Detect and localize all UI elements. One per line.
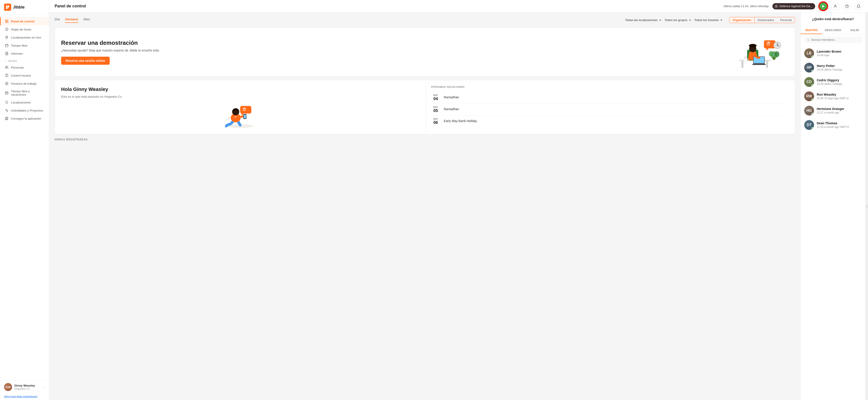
- member-search[interactable]: [804, 36, 862, 43]
- groups-filter[interactable]: Todos los grupos: [664, 18, 692, 22]
- svg-point-55: [866, 205, 867, 206]
- search-input[interactable]: [812, 38, 859, 41]
- online-status-dot: [811, 113, 814, 115]
- member-info-lavender: Lavender Brown 14:44 Ayer: [817, 50, 841, 57]
- sidebar-item-activities[interactable]: Actividades y Proyectos: [0, 106, 49, 114]
- status-tab-dentro[interactable]: DENTRO: [801, 27, 822, 34]
- sidebar-item-locations[interactable]: Localizaciones: [0, 98, 49, 106]
- reports-icon: [5, 52, 9, 56]
- sidebar-item-get-app[interactable]: Consigue la aplicación: [0, 114, 49, 122]
- user-info: Ginny Weasley Hogwarts Co: [14, 384, 35, 390]
- vacation-date-1: MAY 04: [431, 94, 440, 101]
- logo-text: Jibble: [13, 5, 25, 10]
- tab-dia[interactable]: Día: [55, 17, 60, 23]
- user-menu-button[interactable]: [831, 2, 839, 10]
- svg-point-39: [777, 45, 778, 46]
- member-avatar-hermione: HG: [804, 106, 814, 116]
- notifications-button[interactable]: [855, 2, 863, 10]
- member-item-hermione[interactable]: HG Hermione Granger 12:17 a month ago: [801, 104, 865, 118]
- sidebar-section-adjustments[interactable]: Ajustes: [0, 58, 49, 63]
- activity-play-icon: [774, 4, 778, 8]
- help-button[interactable]: [843, 2, 851, 10]
- status-tabs: DENTRO DESCANSO SALIR: [801, 27, 865, 34]
- user-profile[interactable]: GW Ginny Weasley Hogwarts Co ›: [0, 380, 49, 394]
- schedules-filter[interactable]: Todos los horarios: [694, 18, 723, 22]
- member-info-harry: Harry Potter 14:16 último Tuesday: [817, 64, 842, 71]
- chevron-right-icon: ›: [44, 385, 45, 389]
- play-timer-button[interactable]: [819, 2, 828, 11]
- member-avatar-lavender: LB: [804, 48, 814, 58]
- locations-filter[interactable]: Todas las localizaciones: [625, 18, 662, 22]
- svg-point-8: [6, 66, 7, 67]
- member-item-harry[interactable]: HP Harry Potter 14:16 último Tuesday: [801, 60, 865, 75]
- svg-point-60: [867, 207, 868, 208]
- logo-icon: [4, 4, 11, 11]
- vacation-date-3: MAY 06: [431, 118, 440, 125]
- svg-point-25: [749, 44, 756, 48]
- sidebar-url[interactable]: https://web.jibble.io/dashboard: [0, 394, 49, 400]
- vacations-section: PRÓXIMAS VACACIONES MAY 04 Ramadhan MAY …: [426, 80, 795, 134]
- view-tab-personal[interactable]: Personal: [777, 17, 795, 23]
- page-title: Panel de control: [55, 4, 86, 8]
- member-item-ron[interactable]: RW Ron Weasley 20:48 15 days ago GMT+2: [801, 89, 865, 104]
- member-item-dean[interactable]: DT Dean Thomas 11:10 a month ago GMT+5: [801, 118, 865, 132]
- svg-point-16: [835, 5, 836, 6]
- online-status-dot: [811, 127, 814, 130]
- svg-point-50: [228, 117, 230, 118]
- svg-rect-20: [742, 61, 743, 68]
- svg-rect-21: [766, 61, 768, 68]
- svg-rect-5: [5, 44, 8, 47]
- sidebar-item-time-off[interactable]: Tiempo libre: [0, 41, 49, 50]
- view-tab-managed[interactable]: Gestionados: [754, 17, 777, 23]
- promo-illustration: ⏱: [730, 34, 788, 70]
- member-avatar-dean: DT: [804, 120, 814, 130]
- member-item-lavender[interactable]: LB Lavender Brown 14:44 Ayer: [801, 46, 865, 60]
- view-tabs: Organización Gestionados Personal: [729, 17, 795, 23]
- promo-book-button[interactable]: Reserva una sesión online: [61, 57, 110, 65]
- vacation-date-2: MAY 05: [431, 106, 440, 113]
- search-icon: [807, 38, 810, 41]
- status-tab-salir[interactable]: SALIR: [844, 27, 865, 34]
- svg-rect-12: [5, 92, 8, 94]
- last-exit-info: Última salida 11:43, último Monday: [723, 4, 769, 8]
- sidebar-item-live-locations[interactable]: Localizaciones en vivo: [0, 33, 49, 41]
- sidebar-item-label: Panel de control: [11, 20, 34, 23]
- promo-description: ¿Necesitas ayuda? Deja que nuestro exper…: [61, 49, 730, 52]
- member-info-ron: Ron Weasley 20:48 15 days ago GMT+2: [817, 93, 848, 100]
- view-tab-org[interactable]: Organización: [730, 17, 754, 23]
- sidebar-item-label: Actividades y Proyectos: [11, 109, 43, 112]
- logo[interactable]: Jibble: [0, 0, 49, 15]
- tab-mes[interactable]: Mes: [84, 17, 90, 23]
- member-list: LB Lavender Brown 14:44 Ayer HP H: [801, 45, 865, 133]
- sidebar-item-people[interactable]: Personas: [0, 63, 49, 72]
- time-off-icon: [5, 44, 9, 48]
- user-avatar: GW: [4, 383, 12, 391]
- svg-rect-28: [752, 64, 766, 65]
- tab-semana[interactable]: Semana: [65, 17, 78, 23]
- welcome-card: Hola Ginny Weasley Esto es lo que está p…: [55, 80, 795, 134]
- svg-line-54: [809, 40, 809, 41]
- sidebar-item-timesheets[interactable]: Hojas de horas: [0, 25, 49, 33]
- timesheets-icon: [5, 27, 9, 31]
- member-avatar-cedric: CD: [804, 77, 814, 87]
- header: Panel de control Última salida 11:43, úl…: [49, 0, 868, 12]
- current-activity[interactable]: Defence Against the Da...: [772, 3, 815, 9]
- sidebar-item-work-schedules[interactable]: Horarios de trabajo: [0, 80, 49, 88]
- sidebar-item-dashboard[interactable]: Panel de control: [0, 17, 49, 25]
- svg-rect-1: [7, 20, 8, 21]
- status-tab-descanso[interactable]: DESCANSO: [822, 27, 844, 34]
- member-info-dean: Dean Thomas 11:10 a month ago GMT+5: [817, 121, 849, 128]
- online-status-dot: [811, 84, 814, 86]
- resize-handle[interactable]: [865, 12, 868, 400]
- member-info-cedric: Cedric Diggory 10:29 último Tuesday: [817, 78, 842, 86]
- member-avatar-ron: RW: [804, 91, 814, 101]
- member-item-cedric[interactable]: CD Cedric Diggory 10:29 último Tuesday: [801, 75, 865, 89]
- svg-marker-30: [766, 48, 768, 51]
- sidebar-item-reports[interactable]: Informes: [0, 50, 49, 58]
- time-tracking-icon: [5, 74, 9, 78]
- svg-text:⏱: ⏱: [242, 107, 246, 112]
- main-area: Panel de control Última salida 11:43, úl…: [49, 0, 868, 400]
- sidebar-item-time-tracking[interactable]: Control horario: [0, 72, 49, 80]
- sidebar-item-label: Consigue la aplicación: [11, 117, 41, 120]
- sidebar-item-time-off-vacation[interactable]: Tiempo libre y vacaciones: [0, 88, 49, 98]
